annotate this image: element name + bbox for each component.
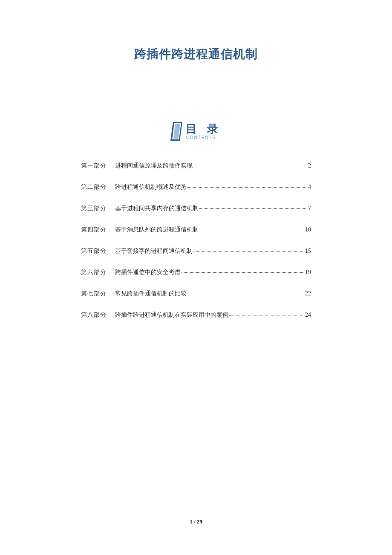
toc-leader-dots bbox=[187, 294, 304, 294]
toc-list: 第一部分 进程间通信原理及跨插件实现 2 第二部分 跨进程通信机制概述及优势 4… bbox=[51, 162, 341, 319]
document-title: 跨插件跨进程通信机制 bbox=[51, 46, 341, 62]
toc-chapter-title: 跨进程通信机制概述及优势 bbox=[115, 183, 187, 191]
toc-parallelogram-icon bbox=[170, 122, 182, 141]
toc-title-chinese: 目 录 bbox=[186, 123, 221, 134]
toc-chapter-title: 进程间通信原理及跨插件实现 bbox=[115, 162, 193, 170]
page-total: 29 bbox=[197, 518, 202, 525]
page-separator: / bbox=[193, 518, 197, 525]
toc-entry[interactable]: 第五部分 基于套接字的进程间通信机制 15 bbox=[81, 247, 311, 255]
toc-page-number: 4 bbox=[308, 184, 311, 191]
toc-page-number: 22 bbox=[305, 290, 311, 297]
toc-leader-dots bbox=[187, 187, 307, 188]
document-page: 跨插件跨进程通信机制 目 录 CONTENTS 第一部分 进程间通信原理及跨插件… bbox=[0, 0, 392, 319]
toc-leader-dots bbox=[199, 208, 307, 209]
toc-entry[interactable]: 第八部分 跨插件跨进程通信机制在实际应用中的案例 24 bbox=[81, 311, 311, 319]
toc-entry[interactable]: 第二部分 跨进程通信机制概述及优势 4 bbox=[81, 183, 311, 191]
toc-part-label: 第一部分 bbox=[81, 162, 107, 170]
toc-entry[interactable]: 第七部分 常见跨插件通信机制的比较 22 bbox=[81, 290, 311, 298]
toc-chapter-title: 常见跨插件通信机制的比较 bbox=[115, 290, 187, 298]
toc-entry[interactable]: 第四部分 基于消息队列的跨进程通信机制 10 bbox=[81, 226, 311, 234]
toc-chapter-title: 基于进程间共享内存的通信机制 bbox=[115, 205, 199, 212]
toc-page-number: 10 bbox=[305, 226, 311, 233]
toc-title-group: 目 录 CONTENTS bbox=[186, 123, 221, 140]
toc-leader-dots bbox=[193, 166, 307, 166]
toc-header: 目 录 CONTENTS bbox=[51, 122, 341, 141]
toc-leader-dots bbox=[199, 230, 304, 230]
toc-part-label: 第三部分 bbox=[81, 205, 107, 212]
toc-part-label: 第七部分 bbox=[81, 290, 107, 298]
toc-leader-dots bbox=[182, 272, 304, 273]
toc-leader-dots bbox=[193, 251, 304, 251]
page-footer: 1 / 29 bbox=[0, 518, 392, 525]
toc-page-number: 24 bbox=[305, 312, 311, 318]
toc-page-number: 7 bbox=[308, 205, 311, 212]
toc-entry[interactable]: 第六部分 跨插件通信中的安全考虑 19 bbox=[81, 269, 311, 276]
toc-part-label: 第五部分 bbox=[81, 247, 107, 255]
toc-part-label: 第八部分 bbox=[81, 311, 107, 319]
toc-part-label: 第六部分 bbox=[81, 269, 107, 276]
toc-page-number: 15 bbox=[305, 248, 311, 254]
toc-page-number: 2 bbox=[308, 162, 311, 169]
toc-chapter-title: 跨插件通信中的安全考虑 bbox=[115, 269, 181, 276]
toc-entry[interactable]: 第一部分 进程间通信原理及跨插件实现 2 bbox=[81, 162, 311, 170]
toc-entry[interactable]: 第三部分 基于进程间共享内存的通信机制 7 bbox=[81, 205, 311, 212]
toc-part-label: 第二部分 bbox=[81, 183, 107, 191]
toc-title-english: CONTENTS bbox=[186, 135, 216, 140]
toc-chapter-title: 基于消息队列的跨进程通信机制 bbox=[115, 226, 199, 234]
toc-chapter-title: 基于套接字的进程间通信机制 bbox=[115, 247, 193, 255]
toc-part-label: 第四部分 bbox=[81, 226, 107, 234]
toc-page-number: 19 bbox=[305, 269, 311, 276]
toc-chapter-title: 跨插件跨进程通信机制在实际应用中的案例 bbox=[115, 311, 228, 319]
toc-leader-dots bbox=[229, 315, 304, 315]
